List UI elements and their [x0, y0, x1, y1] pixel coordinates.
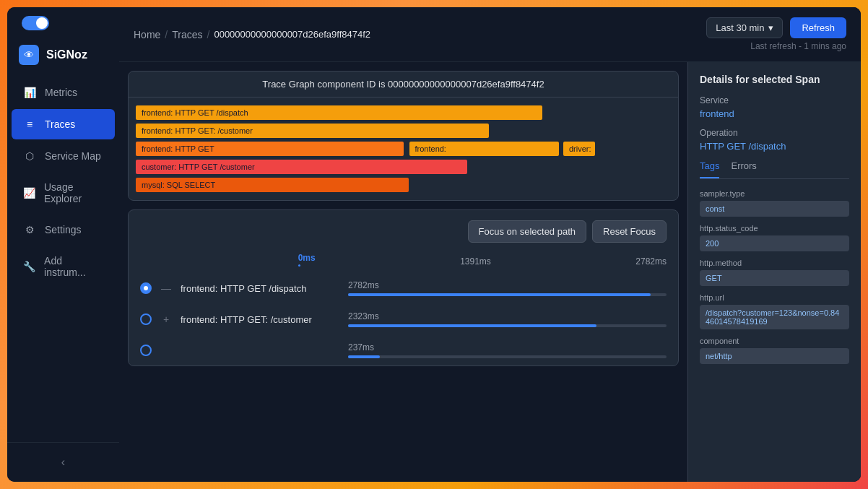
toggle-knob: [36, 17, 48, 29]
operation-value: HTTP GET /dispatch: [700, 141, 849, 152]
trace-bar-frontend-get[interactable]: frontend: HTTP GET: [136, 142, 404, 156]
tag-label: component: [700, 337, 849, 345]
timeline-start-label: 0ms: [298, 253, 316, 263]
row-bar-fill: [348, 324, 596, 327]
trace-bar-frontend-right[interactable]: frontend:: [409, 142, 559, 156]
tag-http-status-code: http.status_code 200: [700, 224, 849, 251]
sidebar-item-label: Add instrum...: [44, 255, 103, 278]
waterfall-row: 237ms: [129, 334, 678, 365]
sidebar-item-usage-explorer[interactable]: 📈 Usage Explorer: [12, 173, 115, 213]
brand-logo[interactable]: 👁 SiGNoz: [7, 39, 119, 77]
trace-bar-customer-get[interactable]: customer: HTTP GET /customer: [136, 160, 467, 174]
tag-http-url: http.url /dispatch?customer=123&nonse=0.…: [700, 293, 849, 329]
time-selector[interactable]: Last 30 min ▾: [706, 17, 783, 38]
time-selector-label: Last 30 min: [716, 22, 764, 33]
sidebar-nav: 📊 Metrics ≡ Traces ⬡ Service Map 📈 Usage…: [7, 77, 119, 442]
sidebar-item-settings[interactable]: ⚙ Settings: [12, 215, 115, 245]
timeline-row: 0ms 1391ms 2782ms: [129, 253, 678, 272]
trace-graph-title: Trace Graph component ID is 000000000000…: [129, 72, 678, 98]
tab-errors[interactable]: Errors: [731, 160, 756, 178]
row-duration: 237ms: [348, 342, 667, 352]
theme-toggle[interactable]: [22, 16, 49, 30]
trace-bar-label-right: frontend:: [415, 144, 446, 153]
brand-name: SiGNoz: [46, 48, 87, 61]
sidebar-item-traces[interactable]: ≡ Traces: [12, 109, 115, 139]
sidebar-item-metrics[interactable]: 📊 Metrics: [12, 77, 115, 108]
row-duration: 2323ms: [348, 311, 667, 321]
header-actions: Last 30 min ▾ Refresh: [706, 17, 846, 38]
row-radio-selected[interactable]: [140, 282, 152, 294]
trace-bar-frontend-dispatch[interactable]: frontend: HTTP GET /dispatch: [136, 105, 542, 120]
trace-graph-card: Trace Graph component ID is 000000000000…: [128, 71, 679, 201]
sidebar-item-add-instrument[interactable]: 🔧 Add instrum...: [12, 246, 115, 287]
row-expand-btn[interactable]: —: [160, 282, 172, 294]
tag-sampler-type: sampler.type const: [700, 189, 849, 217]
add-instrument-icon: 🔧: [23, 260, 35, 273]
row-span-name[interactable]: frontend: HTTP GET: /customer: [181, 314, 339, 325]
operation-field: Operation HTTP GET /dispatch: [700, 128, 849, 152]
tag-http-method: http.method GET: [700, 259, 849, 286]
sidebar-item-service-map[interactable]: ⬡ Service Map: [12, 141, 115, 171]
row-radio[interactable]: [140, 313, 152, 325]
reset-focus-btn[interactable]: Reset Focus: [592, 220, 667, 243]
row-expand-btn[interactable]: +: [160, 313, 172, 325]
header: Home / Traces / 00000000000000007d26efa9…: [119, 7, 861, 62]
trace-bar-row: frontend: HTTP GET frontend: driver:: [136, 141, 671, 157]
timeline-indicator: [298, 264, 300, 267]
sidebar: 👁 SiGNoz 📊 Metrics ≡ Traces ⬡ Service Ma…: [7, 7, 119, 482]
sidebar-bottom: ‹: [7, 442, 119, 482]
settings-icon: ⚙: [23, 223, 36, 236]
row-span-name[interactable]: frontend: HTTP GET /dispatch: [181, 283, 339, 294]
tag-label: http.status_code: [700, 224, 849, 233]
tag-label: http.method: [700, 259, 849, 267]
trace-bar-label: mysql: SQL SELECT: [142, 181, 215, 189]
tag-value: /dispatch?customer=123&nonse=0.844601457…: [700, 305, 849, 329]
timeline-values: 0ms 1391ms 2782ms: [298, 253, 667, 267]
breadcrumb-sep2: /: [207, 29, 210, 40]
sidebar-item-label: Usage Explorer: [44, 181, 103, 204]
content-wrapper: Trace Graph component ID is 000000000000…: [119, 62, 861, 482]
chevron-down-icon: ▾: [768, 22, 773, 33]
sidebar-item-label: Traces: [45, 118, 75, 130]
trace-bar-label: frontend: HTTP GET /dispatch: [142, 108, 248, 117]
refresh-button[interactable]: Refresh: [790, 17, 846, 38]
tag-value: net/http: [700, 348, 849, 364]
row-bar-fill: [348, 355, 380, 358]
tag-label: http.url: [700, 293, 849, 302]
breadcrumb-traces[interactable]: Traces: [172, 29, 202, 40]
row-bar-track: [348, 355, 667, 358]
tag-label: sampler.type: [700, 189, 849, 198]
waterfall-actions: Focus on selected path Reset Focus: [468, 220, 667, 243]
service-label: Service: [700, 95, 849, 105]
sidebar-toggle-area: [7, 7, 119, 39]
trace-bar-row: customer: HTTP GET /customer: [136, 159, 671, 175]
last-refresh-text: Last refresh - 1 mins ago: [750, 41, 846, 51]
row-bar-track: [348, 324, 667, 327]
trace-bar-label: frontend: HTTP GET: [142, 144, 214, 153]
operation-label: Operation: [700, 128, 849, 138]
usage-explorer-icon: 📈: [23, 186, 35, 199]
tag-value: 200: [700, 235, 849, 251]
metrics-icon: 📊: [23, 86, 36, 99]
trace-area: Trace Graph component ID is 000000000000…: [119, 62, 687, 482]
main-content: Home / Traces / 00000000000000007d26efa9…: [119, 7, 861, 482]
trace-bar-frontend-customer[interactable]: frontend: HTTP GET: /customer: [136, 124, 489, 138]
sidebar-item-label: Metrics: [45, 87, 77, 98]
row-radio[interactable]: [140, 345, 152, 356]
waterfall-row: + frontend: HTTP GET: /customer 2323ms: [129, 303, 678, 334]
traces-icon: ≡: [23, 118, 36, 131]
focus-btn[interactable]: Focus on selected path: [468, 220, 586, 243]
waterfall-row: — frontend: HTTP GET /dispatch 2782ms: [129, 272, 678, 303]
trace-bar-driver[interactable]: driver:: [563, 142, 595, 156]
row-right: 2782ms: [348, 280, 667, 296]
waterfall-card: Focus on selected path Reset Focus: [128, 209, 679, 366]
tab-tags[interactable]: Tags: [700, 160, 719, 178]
tag-value: GET: [700, 270, 849, 286]
collapse-button[interactable]: ‹: [19, 451, 108, 473]
trace-bar-mysql[interactable]: mysql: SQL SELECT: [136, 178, 409, 192]
row-bar-fill: [348, 293, 651, 296]
breadcrumb-home[interactable]: Home: [134, 29, 160, 40]
row-bar-track: [348, 293, 667, 296]
trace-bar-row: mysql: SQL SELECT: [136, 177, 671, 193]
panel-title: Details for selected Span: [700, 74, 849, 85]
